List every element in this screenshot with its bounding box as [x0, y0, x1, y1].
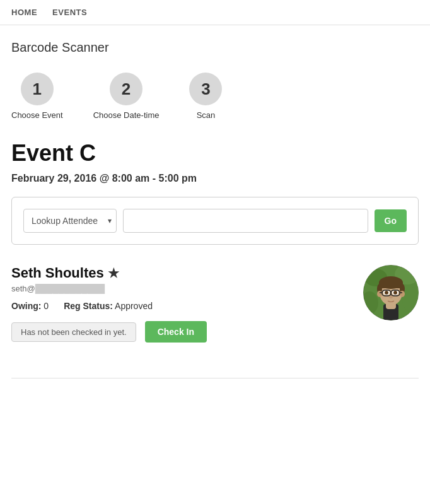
- step-2: 2 Choose Date-time: [93, 73, 160, 120]
- step-1: 1 Choose Event: [11, 73, 63, 120]
- lookup-select-wrapper[interactable]: Lookup Attendee ▾: [23, 209, 117, 233]
- owing-label: Owing:: [11, 301, 41, 311]
- svg-point-25: [389, 296, 393, 298]
- event-name: Event C: [11, 140, 419, 167]
- svg-point-13: [377, 291, 382, 297]
- attendee-name-text: Seth Shoultes: [11, 265, 104, 281]
- lookup-panel: Lookup Attendee ▾ Go: [11, 197, 419, 245]
- attendee-card: Seth Shoultes ★ seth@████████████ Owing:…: [11, 260, 419, 348]
- steps-container: 1 Choose Event 2 Choose Date-time 3 Scan: [11, 73, 419, 120]
- avatar: [363, 265, 419, 320]
- step-2-label: Choose Date-time: [93, 110, 160, 120]
- svg-point-18: [393, 291, 397, 295]
- owing-value: 0: [44, 301, 49, 311]
- lookup-select[interactable]: Lookup Attendee: [23, 209, 117, 233]
- reg-status-item: Reg Status: Approved: [64, 301, 153, 311]
- reg-status-value: Approved: [115, 301, 153, 311]
- nav-home[interactable]: HOME: [11, 8, 37, 17]
- attendee-name: Seth Shoultes ★: [11, 265, 353, 281]
- go-button[interactable]: Go: [375, 209, 407, 232]
- lookup-input[interactable]: [123, 209, 368, 233]
- star-icon: ★: [108, 266, 119, 281]
- page-title: Barcode Scanner: [11, 40, 419, 55]
- email-masked: ████████████: [35, 284, 105, 293]
- reg-status-label: Reg Status:: [64, 301, 113, 311]
- avatar-wrapper: [363, 265, 419, 320]
- checkin-button[interactable]: Check In: [145, 321, 207, 343]
- main-content: Barcode Scanner 1 Choose Event 2 Choose …: [0, 25, 430, 394]
- attendee-info: Seth Shoultes ★ seth@████████████ Owing:…: [11, 265, 353, 343]
- event-date: February 29, 2016 @ 8:00 am - 5:00 pm: [11, 173, 419, 184]
- not-checked-badge: Has not been checked in yet.: [11, 322, 136, 342]
- nav-bar: HOME EVENTS: [0, 0, 430, 25]
- svg-point-17: [385, 291, 388, 295]
- owing-item: Owing: 0: [11, 301, 49, 311]
- svg-point-14: [400, 291, 405, 297]
- step-1-circle: 1: [21, 73, 54, 105]
- nav-events[interactable]: EVENTS: [52, 8, 87, 17]
- attendee-meta: Owing: 0 Reg Status: Approved: [11, 301, 353, 311]
- page-footer: [11, 378, 419, 378]
- step-3-circle: 3: [189, 73, 222, 105]
- step-3-label: Scan: [197, 110, 216, 120]
- avatar-image: [363, 265, 419, 320]
- step-1-label: Choose Event: [11, 110, 63, 120]
- step-3: 3 Scan: [189, 73, 222, 120]
- email-text: seth@: [11, 284, 35, 293]
- checkin-row: Has not been checked in yet. Check In: [11, 321, 353, 343]
- svg-rect-10: [379, 282, 403, 288]
- step-2-circle: 2: [110, 73, 142, 105]
- attendee-email: seth@████████████: [11, 284, 353, 293]
- lookup-row: Lookup Attendee ▾ Go: [23, 209, 407, 233]
